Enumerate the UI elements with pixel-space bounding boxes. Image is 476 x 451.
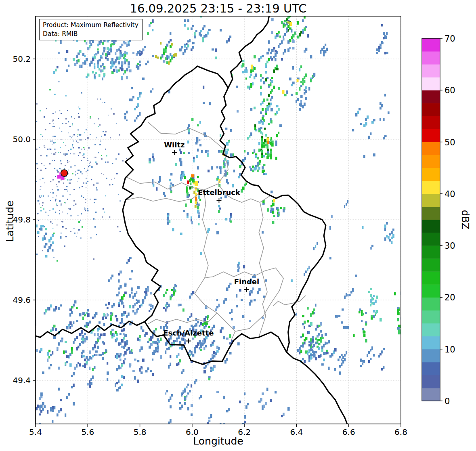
colorbar-label: dBZ [459, 210, 471, 229]
plot-background [36, 16, 401, 424]
city-label: Ettelbruck [198, 188, 241, 197]
colorbar-tick-label: 40 [445, 189, 455, 199]
colorbar-tick-label: 30 [445, 241, 455, 251]
y-tick-label: 50.2 [13, 54, 31, 64]
y-tick-label: 49.4 [13, 375, 31, 385]
y-tick-label: 49.6 [13, 295, 31, 305]
figure-title: 16.09.2025 23:15 - 23:19 UTC [36, 2, 401, 15]
colorbar-tick-label: 70 [445, 34, 455, 44]
colorbar-tick-label: 0 [445, 396, 450, 406]
colorbar: 010203040506070 [422, 34, 455, 406]
x-axis-label: Longitude [36, 435, 401, 447]
product-line: Product: Maximum Reflectivity [43, 21, 138, 29]
colorbar-tick-label: 50 [445, 138, 455, 147]
map-plot: WiltzEttelbruckFindelEsch/Alzette5.45.65… [0, 0, 476, 451]
product-info-box: Product: Maximum Reflectivity Data: RMIB [39, 19, 143, 40]
city-label: Wiltz [164, 141, 185, 149]
colorbar-tick-label: 60 [445, 86, 455, 95]
city-label: Findel [234, 277, 260, 286]
y-axis-label: Latitude [4, 201, 16, 242]
radar-figure: WiltzEttelbruckFindelEsch/Alzette5.45.65… [0, 0, 476, 451]
colorbar-tick-label: 10 [445, 345, 455, 355]
data-source-line: Data: RMIB [43, 29, 138, 38]
radar-site-marker [61, 170, 68, 176]
colorbar-tick-label: 20 [445, 293, 455, 302]
y-tick-label: 50.0 [13, 134, 31, 144]
city-label: Esch/Alzette [163, 329, 214, 337]
